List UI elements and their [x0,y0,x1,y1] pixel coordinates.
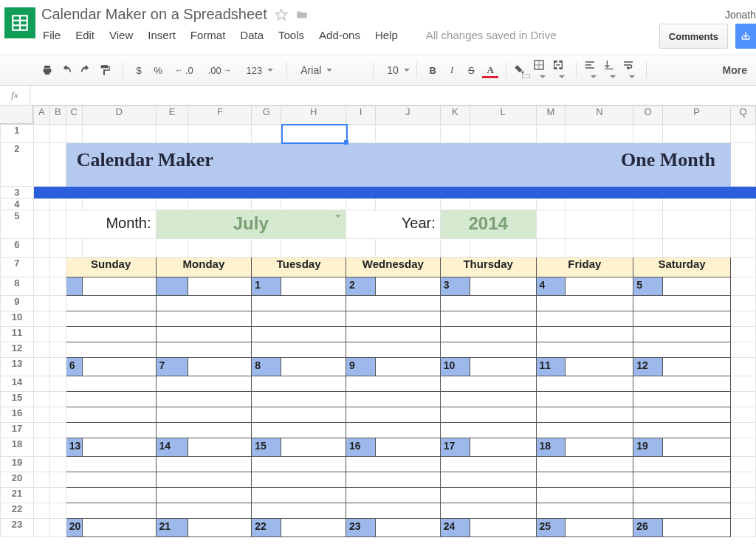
percent-button[interactable]: % [150,65,166,76]
row-header[interactable]: 7 [1,258,34,277]
row-header[interactable]: 22 [1,503,34,519]
calendar-day-cell[interactable] [252,503,346,519]
paint-format-icon[interactable] [99,64,115,76]
calendar-day-cell[interactable] [633,327,731,342]
calendar-day-cell[interactable] [440,327,536,342]
calendar-day-number[interactable]: 12 [633,358,663,376]
calendar-day-number[interactable]: 26 [633,519,663,537]
calendar-day-cell[interactable] [536,407,633,423]
menu-add-ons[interactable]: Add-ons [319,29,360,41]
font-size-dropdown[interactable]: 10 [381,64,409,76]
calendar-day-number[interactable]: 16 [346,438,375,457]
text-wrap-button[interactable] [622,59,639,82]
column-header[interactable]: O [633,106,663,125]
calendar-day-cell[interactable] [66,503,156,519]
h-align-button[interactable] [584,59,600,82]
row-header[interactable]: 19 [1,457,34,472]
row-header[interactable]: 2 [1,143,34,187]
calendar-day-cell[interactable] [66,488,156,503]
calendar-day-cell[interactable] [66,327,156,342]
calendar-day-number[interactable]: 13 [66,438,82,457]
calendar-day-cell[interactable] [252,472,346,488]
v-align-button[interactable] [603,59,619,82]
month-dropdown[interactable]: July [156,210,346,239]
column-header[interactable]: P [663,106,731,125]
calendar-day-cell[interactable] [346,457,440,472]
row-header[interactable]: 9 [1,296,34,311]
row-header[interactable]: 20 [1,472,34,488]
calendar-day-cell[interactable] [633,392,731,407]
column-header[interactable]: E [156,106,188,125]
calendar-day-cell[interactable] [633,472,731,488]
calendar-day-cell[interactable] [346,488,440,503]
calendar-day-cell[interactable] [346,503,440,519]
calendar-day-cell[interactable] [536,376,633,392]
calendar-day-cell[interactable] [633,423,731,438]
text-color-button[interactable]: A [482,64,498,76]
calendar-day-cell[interactable] [633,311,731,327]
calendar-day-cell[interactable] [346,423,440,438]
calendar-day-cell[interactable] [156,488,252,503]
calendar-day-cell[interactable] [536,472,633,488]
account-name[interactable]: Jonath [725,9,756,21]
calendar-day-cell[interactable] [156,296,252,311]
calendar-day-cell[interactable] [156,407,252,423]
calendar-day-cell[interactable] [156,472,252,488]
formula-input[interactable] [30,86,756,105]
star-icon[interactable] [275,8,288,21]
calendar-day-number[interactable]: 18 [536,438,566,457]
calendar-day-number[interactable]: 15 [252,438,281,457]
calendar-day-cell[interactable] [536,296,633,311]
column-header-row[interactable]: ABCDEFGHIJKLMNOPQ [1,106,756,125]
calendar-day-cell[interactable] [440,472,536,488]
calendar-day-number[interactable]: 5 [633,277,663,296]
calendar-day-cell[interactable] [252,407,346,423]
menu-data[interactable]: Data [240,29,264,41]
borders-button[interactable] [533,59,549,82]
menu-file[interactable]: File [43,29,61,41]
calendar-day-number[interactable] [66,277,82,296]
calendar-day-cell[interactable] [440,488,536,503]
calendar-day-cell[interactable] [440,311,536,327]
calendar-day-cell[interactable] [633,407,731,423]
calendar-day-cell[interactable] [633,457,731,472]
bold-button[interactable]: B [425,65,441,76]
calendar-day-cell[interactable] [536,503,633,519]
column-header[interactable]: K [440,106,470,125]
column-header[interactable]: A [33,106,49,125]
menu-insert[interactable]: Insert [148,29,176,41]
calendar-day-cell[interactable] [66,311,156,327]
calendar-day-cell[interactable] [66,457,156,472]
calendar-day-cell[interactable] [633,376,731,392]
calendar-day-cell[interactable] [440,296,536,311]
share-button[interactable] [735,24,756,49]
calendar-day-number[interactable] [156,277,188,296]
calendar-day-cell[interactable] [440,376,536,392]
row-header[interactable]: 1 [1,125,34,143]
number-format-dropdown[interactable]: 123 [241,65,280,76]
calendar-day-cell[interactable] [440,342,536,358]
spreadsheet-grid[interactable]: ABCDEFGHIJKLMNOPQ 12Calendar MakerOne Mo… [0,106,756,541]
calendar-day-cell[interactable] [156,327,252,342]
calendar-day-number[interactable]: 9 [346,358,375,376]
calendar-day-number[interactable]: 20 [66,519,82,537]
italic-button[interactable]: I [444,64,460,76]
calendar-day-cell[interactable] [66,472,156,488]
calendar-day-cell[interactable] [252,311,346,327]
calendar-day-number[interactable]: 11 [536,358,566,376]
calendar-day-cell[interactable] [346,327,440,342]
calendar-day-cell[interactable] [252,342,346,358]
menu-tools[interactable]: Tools [278,29,304,41]
calendar-day-cell[interactable] [346,376,440,392]
calendar-day-number[interactable]: 22 [252,519,281,537]
currency-button[interactable]: $ [131,65,147,76]
row-header[interactable]: 13 [1,358,34,376]
calendar-day-cell[interactable] [66,342,156,358]
calendar-day-cell[interactable] [440,503,536,519]
calendar-day-number[interactable]: 19 [633,438,663,457]
column-header[interactable]: F [188,106,252,125]
calendar-day-number[interactable]: 4 [536,277,566,296]
row-header[interactable]: 10 [1,311,34,327]
calendar-day-cell[interactable] [346,472,440,488]
menu-edit[interactable]: Edit [75,29,94,41]
